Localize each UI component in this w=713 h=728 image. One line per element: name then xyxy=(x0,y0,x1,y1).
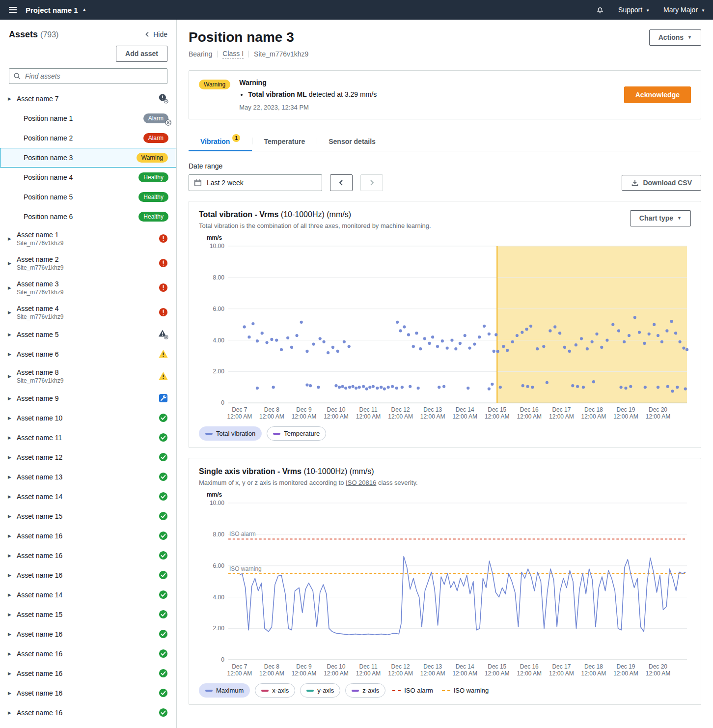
position-row[interactable]: Position name 1Alarm xyxy=(0,109,176,128)
asset-row[interactable]: ▶Asset name 16 xyxy=(0,683,176,703)
expand-caret-icon[interactable]: ▶ xyxy=(8,261,11,266)
position-row[interactable]: Position name 5Healthy xyxy=(0,187,176,207)
tab-label: Vibration xyxy=(200,138,230,145)
expand-caret-icon[interactable]: ▶ xyxy=(8,691,11,696)
expand-caret-icon[interactable]: ▶ xyxy=(8,96,11,101)
asset-row[interactable]: ▶Asset name 14 xyxy=(0,487,176,506)
expand-caret-icon[interactable]: ▶ xyxy=(8,671,11,676)
legend-item-maximum[interactable]: Maximum xyxy=(199,683,250,698)
single-axis-vibration-card: Single axis vibration - Vrms (10-1000Hz)… xyxy=(189,458,701,705)
add-asset-button[interactable]: Add asset xyxy=(116,46,167,62)
asset-row[interactable]: ▶Asset name 15 xyxy=(0,605,176,624)
legend-item-iso-warning[interactable]: ISO warning xyxy=(440,684,491,697)
find-assets-input[interactable] xyxy=(9,68,167,84)
user-menu[interactable]: Mary Major▼ xyxy=(663,6,705,14)
legend-item-y-axis[interactable]: y-axis xyxy=(300,683,340,698)
asset-row[interactable]: ▶Asset name 5 xyxy=(0,325,176,344)
expand-caret-icon[interactable]: ▶ xyxy=(8,514,11,519)
svg-text:Dec 15: Dec 15 xyxy=(488,406,506,413)
asset-row[interactable]: ▶Asset name 12 xyxy=(0,448,176,467)
tab-sensor-details[interactable]: Sensor details xyxy=(317,132,387,151)
legend-item-z-axis[interactable]: z-axis xyxy=(345,683,385,698)
tab-label: Sensor details xyxy=(329,138,376,145)
chart-type-button[interactable]: Chart type ▼ xyxy=(630,210,691,226)
svg-text:12:00 AM: 12:00 AM xyxy=(485,670,510,677)
tree-item-site: Site_m776v1khz9 xyxy=(17,264,63,271)
expand-caret-icon[interactable]: ▶ xyxy=(8,310,11,315)
asset-row[interactable]: ▶Asset name 7 xyxy=(0,89,176,109)
hamburger-menu-icon[interactable] xyxy=(8,5,18,15)
asset-row[interactable]: ▶Asset name 1Site_m776v1khz9 xyxy=(0,226,176,251)
expand-caret-icon[interactable]: ▶ xyxy=(8,455,11,460)
expand-caret-icon[interactable]: ▶ xyxy=(8,612,11,617)
asset-row[interactable]: ▶Asset name 8Site_m776v1khz9 xyxy=(0,364,176,389)
asset-row[interactable]: ▶Asset name 16 xyxy=(0,624,176,644)
tab-vibration[interactable]: Vibration1 xyxy=(189,132,252,151)
asset-row[interactable]: ▶Asset name 16 xyxy=(0,565,176,585)
tab-temperature[interactable]: Temperature xyxy=(252,132,317,151)
legend-item-temperature[interactable]: Temperature xyxy=(267,426,326,441)
asset-row[interactable]: ▶Asset name 3Site_m776v1khz9 xyxy=(0,276,176,300)
expand-caret-icon[interactable]: ▶ xyxy=(8,632,11,637)
hide-panel-button[interactable]: Hide xyxy=(145,30,167,38)
legend-item-x-axis[interactable]: x-axis xyxy=(255,683,295,698)
asset-row[interactable]: ▶Asset name 16 xyxy=(0,664,176,683)
expand-caret-icon[interactable]: ▶ xyxy=(8,494,11,499)
chevron-right-icon xyxy=(369,179,375,186)
expand-caret-icon[interactable]: ▶ xyxy=(8,374,11,379)
asset-row[interactable]: ▶Asset name 13 xyxy=(0,467,176,487)
asset-row[interactable]: ▶Asset name 16 xyxy=(0,546,176,565)
asset-row[interactable]: ▶Asset name 2Site_m776v1khz9 xyxy=(0,251,176,276)
asset-row[interactable]: ▶Asset name 16 xyxy=(0,644,176,664)
legend-item-iso-alarm[interactable]: ISO alarm xyxy=(390,684,435,697)
expand-caret-icon[interactable]: ▶ xyxy=(8,285,11,290)
position-row[interactable]: Position name 2Alarm xyxy=(0,128,176,148)
expand-caret-icon[interactable]: ▶ xyxy=(8,236,11,241)
expand-caret-icon[interactable]: ▶ xyxy=(8,553,11,558)
project-menu[interactable]: Project name 1 ▲ xyxy=(26,6,86,14)
support-menu[interactable]: Support▼ xyxy=(618,6,650,14)
asset-row[interactable]: ▶Asset name 11 xyxy=(0,428,176,448)
asset-row[interactable]: ▶Asset name 15 xyxy=(0,506,176,526)
position-row[interactable]: Position name 3Warning xyxy=(0,148,176,168)
next-period-button[interactable] xyxy=(360,174,383,191)
asset-row[interactable]: ▶Asset name 4Site_m776v1khz9 xyxy=(0,300,176,325)
asset-tree: ▶Asset name 7Position name 1AlarmPositio… xyxy=(0,89,176,723)
expand-caret-icon[interactable]: ▶ xyxy=(8,352,11,357)
position-row[interactable]: Position name 6Healthy xyxy=(0,207,176,226)
expand-caret-icon[interactable]: ▶ xyxy=(8,651,11,656)
notifications-bell-icon[interactable] xyxy=(596,5,604,14)
asset-row[interactable]: ▶Asset name 6 xyxy=(0,344,176,364)
expand-caret-icon[interactable]: ▶ xyxy=(8,592,11,597)
previous-period-button[interactable] xyxy=(330,174,353,191)
svg-text:Dec 13: Dec 13 xyxy=(423,406,442,413)
expand-caret-icon[interactable]: ▶ xyxy=(8,332,11,337)
legend-label: x-axis xyxy=(272,687,289,694)
asset-row[interactable]: ▶Asset name 10 xyxy=(0,408,176,428)
svg-text:8.00: 8.00 xyxy=(213,531,225,538)
tree-item-label: Asset name 16 xyxy=(17,571,62,579)
asset-row[interactable]: ▶Asset name 16 xyxy=(0,526,176,546)
position-row[interactable]: Position name 4Healthy xyxy=(0,168,176,187)
expand-caret-icon[interactable]: ▶ xyxy=(8,710,11,715)
class-info-link[interactable]: Class I xyxy=(222,50,244,58)
svg-text:Dec 8: Dec 8 xyxy=(264,664,280,671)
expand-caret-icon[interactable]: ▶ xyxy=(8,416,11,420)
acknowledged-x-icon xyxy=(165,119,171,126)
tree-item-site: Site_m776v1khz9 xyxy=(17,313,63,320)
asset-row[interactable]: ▶Asset name 14 xyxy=(0,585,176,605)
iso-20816-link[interactable]: ISO 20816 xyxy=(346,479,376,486)
date-range-select[interactable]: Last 2 week xyxy=(189,174,322,191)
legend-item-total-vibration[interactable]: Total vibration xyxy=(199,426,262,441)
expand-caret-icon[interactable]: ▶ xyxy=(8,435,11,440)
expand-caret-icon[interactable]: ▶ xyxy=(8,573,11,578)
expand-caret-icon[interactable]: ▶ xyxy=(8,396,11,401)
asset-row[interactable]: ▶Asset name 9 xyxy=(0,389,176,408)
series-color-mark xyxy=(261,690,269,692)
acknowledge-button[interactable]: Acknowledge xyxy=(624,86,691,104)
actions-button[interactable]: Actions ▼ xyxy=(649,29,701,46)
asset-row[interactable]: ▶Asset name 16 xyxy=(0,703,176,723)
download-csv-button[interactable]: Download CSV xyxy=(622,175,701,191)
expand-caret-icon[interactable]: ▶ xyxy=(8,475,11,479)
expand-caret-icon[interactable]: ▶ xyxy=(8,533,11,538)
